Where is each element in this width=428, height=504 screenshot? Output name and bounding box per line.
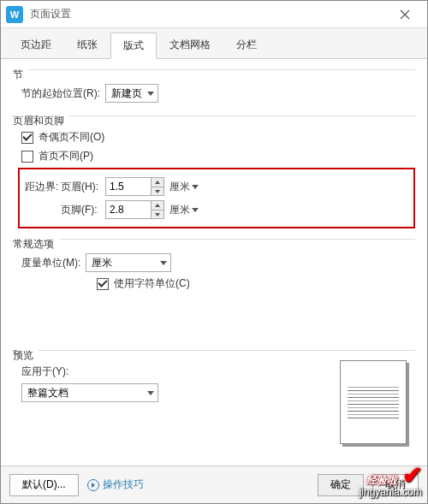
measure-unit-label: 度量单位(M): — [21, 256, 80, 270]
group-general-label: 常规选项 — [13, 237, 59, 252]
group-preview-label: 预览 — [13, 348, 39, 363]
header-distance-field[interactable] — [106, 178, 151, 195]
document-preview — [340, 360, 407, 444]
titlebar: W 页面设置 — [1, 1, 427, 28]
dialog-content: 节 节的起始位置(R): 新建页 页眉和页脚 奇偶页 — [1, 59, 427, 465]
tips-link[interactable]: 操作技巧 — [87, 477, 144, 492]
char-unit-checkbox[interactable] — [97, 278, 109, 290]
odd-even-checkbox[interactable] — [21, 132, 33, 144]
tab-grid[interactable]: 文档网格 — [157, 32, 223, 58]
default-button[interactable]: 默认(D)... — [9, 474, 79, 496]
footer-label: 页脚(F): — [61, 203, 105, 217]
tab-bar: 页边距 纸张 版式 文档网格 分栏 — [1, 28, 427, 59]
char-unit-label: 使用字符单位(C) — [114, 276, 190, 291]
chevron-down-icon — [160, 261, 167, 265]
chevron-down-icon — [192, 185, 199, 189]
play-icon — [87, 479, 99, 491]
header-step-up[interactable] — [152, 178, 163, 187]
section-start-select[interactable]: 新建页 — [105, 84, 158, 103]
group-header-footer: 页眉和页脚 奇偶页不同(O) 首页不同(P) 距边界: 页眉(H): — [13, 116, 415, 235]
triangle-up-icon — [155, 204, 160, 207]
apply-to-value: 整篇文档 — [27, 386, 68, 400]
app-icon: W — [6, 6, 23, 23]
triangle-down-icon — [155, 213, 160, 216]
distance-label: 距边界: — [25, 180, 61, 194]
highlighted-distance-box: 距边界: 页眉(H): 厘米 — [18, 168, 415, 228]
measure-unit-select[interactable]: 厘米 — [86, 253, 171, 272]
close-button[interactable] — [388, 3, 422, 27]
header-label: 页眉(H): — [61, 180, 105, 194]
tab-layout[interactable]: 版式 — [110, 33, 157, 59]
group-general: 常规选项 度量单位(M): 厘米 使用字符单位(C) — [13, 239, 415, 300]
group-section: 节 节的起始位置(R): 新建页 — [13, 69, 415, 112]
footer-step-up[interactable] — [152, 201, 163, 210]
dialog-footer: 默认(D)... 操作技巧 确定 取消 — [1, 465, 427, 503]
triangle-down-icon — [155, 190, 160, 193]
ok-button[interactable]: 确定 — [318, 474, 364, 496]
tab-paper[interactable]: 纸张 — [64, 32, 110, 58]
header-distance-input[interactable] — [105, 177, 164, 196]
first-page-checkbox[interactable] — [21, 151, 33, 163]
close-icon — [400, 9, 410, 20]
apply-to-label: 应用于(Y): — [21, 365, 68, 379]
chevron-down-icon — [147, 391, 154, 395]
group-preview: 预览 应用于(Y): 整篇文档 — [13, 350, 415, 449]
chevron-down-icon — [192, 208, 199, 212]
tab-columns[interactable]: 分栏 — [223, 32, 270, 58]
group-header-footer-label: 页眉和页脚 — [13, 114, 69, 128]
header-step-down[interactable] — [152, 187, 163, 195]
odd-even-label: 奇偶页不同(O) — [39, 130, 104, 145]
footer-step-down[interactable] — [152, 210, 163, 218]
section-start-label: 节的起始位置(R): — [21, 86, 100, 101]
apply-to-select[interactable]: 整篇文档 — [21, 383, 158, 402]
tab-margins[interactable]: 页边距 — [8, 32, 64, 58]
first-page-label: 首页不同(P) — [39, 149, 93, 163]
section-start-value: 新建页 — [111, 86, 142, 101]
dialog-title: 页面设置 — [30, 7, 388, 21]
page-setup-dialog: W 页面设置 页边距 纸张 版式 文档网格 分栏 节 节的起始位置(R): 新建… — [0, 0, 428, 504]
footer-unit-select[interactable]: 厘米 — [164, 200, 202, 219]
triangle-up-icon — [155, 181, 160, 184]
footer-distance-input[interactable] — [105, 200, 164, 219]
group-section-label: 节 — [13, 68, 28, 82]
cancel-button[interactable]: 取消 — [372, 474, 419, 496]
header-unit-select[interactable]: 厘米 — [164, 177, 202, 196]
measure-unit-value: 厘米 — [92, 256, 112, 270]
chevron-down-icon — [147, 92, 154, 96]
footer-distance-field[interactable] — [106, 201, 151, 218]
